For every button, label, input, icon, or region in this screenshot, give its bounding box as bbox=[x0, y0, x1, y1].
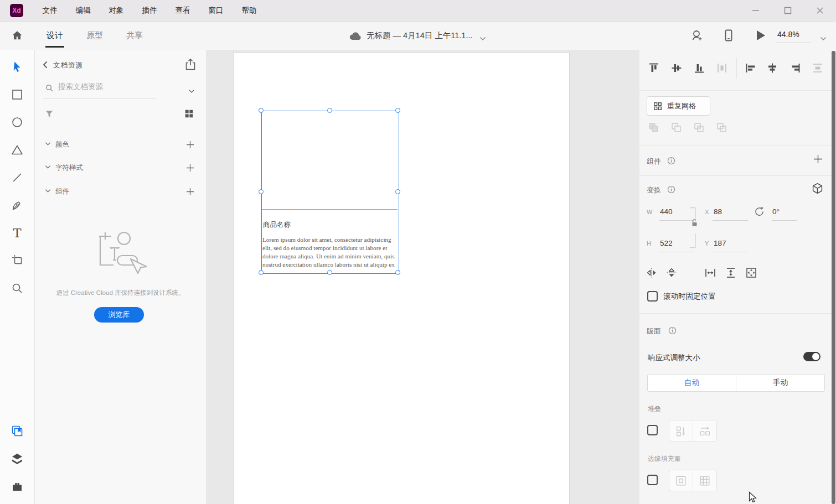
width-label: W bbox=[647, 209, 652, 215]
rectangle-tool-icon[interactable] bbox=[0, 84, 34, 106]
minimize-icon[interactable] bbox=[740, 0, 772, 21]
menu-object[interactable]: 对象 bbox=[100, 0, 133, 21]
export-icon[interactable] bbox=[185, 58, 196, 72]
search-input[interactable] bbox=[57, 82, 176, 91]
flip-vertical-icon[interactable] bbox=[665, 267, 678, 279]
x-input[interactable] bbox=[714, 207, 745, 216]
selection-handle-e[interactable] bbox=[395, 189, 400, 194]
zoom-level-chevron-icon[interactable] bbox=[820, 33, 827, 43]
selection-handle-ne[interactable] bbox=[395, 108, 400, 113]
menu-plugins[interactable]: 插件 bbox=[133, 0, 166, 21]
height-input[interactable] bbox=[660, 239, 691, 247]
product-name-text[interactable]: 商品名称 bbox=[263, 220, 291, 230]
libraries-icon[interactable] bbox=[0, 420, 34, 442]
responsive-both-icon[interactable] bbox=[745, 267, 757, 279]
artboard-tool-icon[interactable] bbox=[0, 249, 34, 271]
menu-window[interactable]: 窗口 bbox=[199, 0, 233, 21]
align-middle-icon[interactable] bbox=[670, 62, 683, 74]
3d-transform-icon[interactable] bbox=[812, 183, 823, 196]
boolean-subtract-icon bbox=[670, 122, 683, 134]
search-icon bbox=[45, 84, 53, 94]
zoom-level-value[interactable]: 44.8% bbox=[777, 30, 799, 39]
tab-design[interactable]: 设计 bbox=[42, 22, 68, 49]
add-component-button[interactable] bbox=[184, 185, 196, 198]
rotation-icon[interactable] bbox=[754, 206, 765, 219]
padding-checkbox[interactable] bbox=[647, 475, 658, 485]
play-icon[interactable] bbox=[756, 30, 766, 43]
close-icon[interactable] bbox=[804, 0, 836, 21]
document-title-chevron-icon[interactable] bbox=[479, 33, 486, 43]
document-title[interactable]: 无标题 — 4月14日 上午11.1... bbox=[367, 22, 473, 49]
line-tool-icon[interactable] bbox=[0, 167, 34, 189]
menu-items: 文件 编辑 对象 插件 查看 窗口 帮助 bbox=[33, 0, 266, 21]
transform-info-icon[interactable] bbox=[667, 185, 675, 196]
alignment-divider bbox=[736, 58, 737, 79]
menu-bar: Xd 文件 编辑 对象 插件 查看 窗口 帮助 bbox=[0, 0, 836, 22]
text-tool-icon[interactable]: T bbox=[0, 222, 34, 244]
filter-icon[interactable] bbox=[45, 110, 54, 121]
browse-library-button[interactable]: 浏览库 bbox=[94, 307, 144, 323]
properties-scrollbar[interactable] bbox=[832, 51, 835, 504]
back-chevron-icon[interactable] bbox=[43, 61, 48, 71]
tab-prototype[interactable]: 原型 bbox=[82, 22, 107, 49]
menu-edit[interactable]: 编辑 bbox=[66, 0, 100, 21]
resize-mode-manual[interactable]: 手动 bbox=[736, 375, 824, 391]
fix-on-scroll-checkbox[interactable] bbox=[647, 291, 658, 302]
y-input[interactable] bbox=[714, 239, 745, 247]
layers-icon[interactable] bbox=[0, 448, 34, 470]
height-label: H bbox=[647, 240, 651, 247]
add-color-button[interactable] bbox=[184, 138, 196, 150]
text-tool-glyph: T bbox=[13, 226, 21, 240]
align-bottom-icon[interactable] bbox=[693, 62, 705, 74]
resize-mode-auto[interactable]: 自动 bbox=[648, 375, 736, 391]
repeat-grid-button[interactable]: 重复网格 bbox=[647, 96, 710, 116]
x-underline bbox=[713, 220, 748, 221]
align-left-icon[interactable] bbox=[745, 62, 757, 74]
layout-info-icon[interactable] bbox=[668, 326, 677, 337]
ellipse-tool-icon[interactable] bbox=[0, 111, 34, 133]
selection-handle-w[interactable] bbox=[259, 189, 264, 194]
lock-open-icon[interactable] bbox=[691, 219, 698, 229]
menu-view[interactable]: 查看 bbox=[166, 0, 199, 21]
section-colors[interactable]: 颜色 bbox=[35, 137, 206, 153]
align-top-icon[interactable] bbox=[648, 62, 660, 74]
responsive-width-icon[interactable] bbox=[704, 267, 716, 279]
component-info-icon[interactable] bbox=[667, 157, 675, 167]
align-right-icon[interactable] bbox=[789, 62, 801, 74]
create-component-button[interactable] bbox=[813, 154, 823, 164]
selection-handle-se[interactable] bbox=[395, 270, 400, 275]
rotation-input[interactable] bbox=[772, 207, 798, 216]
responsive-resize-toggle[interactable] bbox=[803, 352, 820, 361]
menu-file[interactable]: 文件 bbox=[33, 0, 66, 21]
selection-handle-sw[interactable] bbox=[259, 270, 264, 275]
distribute-horizontal-icon bbox=[716, 62, 728, 74]
stack-checkbox[interactable] bbox=[647, 425, 658, 435]
align-center-icon[interactable] bbox=[766, 62, 778, 74]
maximize-icon[interactable] bbox=[772, 0, 804, 21]
add-collaborator-icon[interactable] bbox=[690, 29, 704, 44]
tab-share[interactable]: 共享 bbox=[122, 22, 147, 49]
polygon-tool-icon[interactable] bbox=[0, 139, 34, 161]
grid-view-icon[interactable] bbox=[184, 109, 194, 121]
plugins-icon[interactable] bbox=[0, 475, 34, 497]
y-underline bbox=[713, 252, 748, 252]
lorem-ipsum-text[interactable]: Lorem ipsum dolor sit amet, consectetur … bbox=[262, 236, 398, 272]
search-scope-chevron-icon[interactable] bbox=[188, 86, 195, 96]
responsive-height-icon[interactable] bbox=[725, 267, 737, 279]
select-tool-icon[interactable] bbox=[0, 56, 34, 78]
tab-prototype-label: 原型 bbox=[86, 30, 103, 41]
section-character-styles[interactable]: 字符样式 bbox=[35, 160, 206, 176]
selected-object-inner-divider bbox=[262, 209, 398, 210]
menu-help[interactable]: 帮助 bbox=[233, 0, 266, 21]
zoom-tool-icon[interactable] bbox=[0, 277, 34, 299]
selection-handle-s[interactable] bbox=[327, 270, 332, 275]
device-preview-icon[interactable] bbox=[723, 29, 734, 44]
pen-tool-icon[interactable] bbox=[0, 194, 34, 216]
home-icon[interactable] bbox=[11, 29, 23, 44]
section-components[interactable]: 组件 bbox=[35, 184, 206, 200]
flip-horizontal-icon[interactable] bbox=[646, 267, 658, 279]
selection-handle-nw[interactable] bbox=[259, 108, 264, 113]
add-character-style-button[interactable] bbox=[184, 162, 196, 174]
selection-handle-n[interactable] bbox=[327, 108, 332, 113]
width-input[interactable] bbox=[660, 207, 691, 216]
